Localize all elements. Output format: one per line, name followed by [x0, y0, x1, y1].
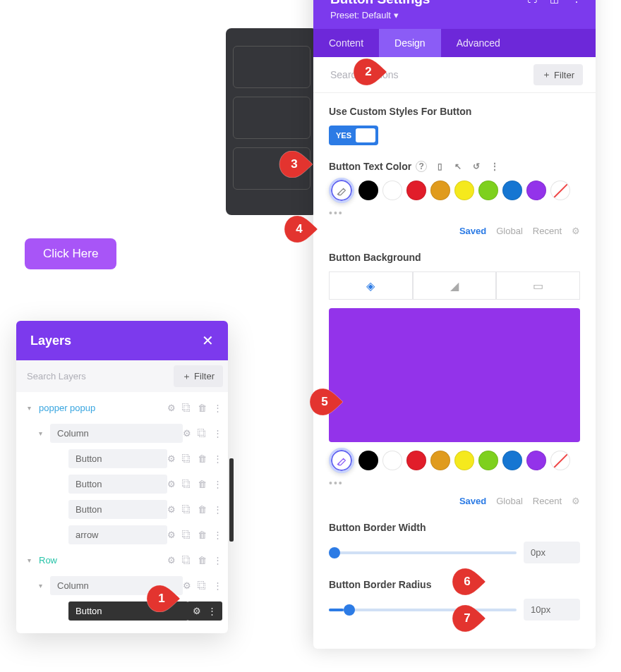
color-swatch[interactable]	[454, 181, 474, 200]
slider-track[interactable]	[329, 551, 517, 554]
chevron-down-icon[interactable]: ▾	[28, 404, 35, 412]
color-swatch[interactable]	[406, 451, 426, 470]
color-swatch[interactable]	[502, 181, 522, 200]
tree-label[interactable]: arrow	[68, 525, 167, 544]
recent-tab[interactable]: Recent	[533, 226, 562, 236]
color-swatch[interactable]	[454, 451, 474, 470]
color-swatch[interactable]	[382, 181, 402, 200]
menu-icon[interactable]: ⋮	[213, 428, 222, 439]
border-width-input[interactable]	[524, 542, 580, 563]
tab-advanced[interactable]: Advanced	[441, 29, 516, 57]
color-swatch[interactable]	[430, 181, 450, 200]
no-color-swatch[interactable]	[550, 451, 570, 470]
trash-icon[interactable]: 🗑	[198, 479, 207, 489]
global-tab[interactable]: Global	[496, 496, 523, 506]
tree-label[interactable]: Button	[68, 449, 167, 468]
trash-icon[interactable]: 🗑	[198, 555, 207, 566]
tree-row[interactable]: Button⚙⿻🗑⋮	[22, 471, 222, 496]
gear-icon[interactable]: ⚙	[572, 496, 580, 506]
tree-label[interactable]: popper popup	[39, 403, 167, 413]
menu-icon[interactable]: ⋮	[213, 403, 222, 413]
color-swatch[interactable]	[478, 451, 498, 470]
trash-icon[interactable]: 🗑	[198, 403, 207, 413]
chevron-down-icon[interactable]: ▾	[28, 556, 35, 564]
menu-icon[interactable]: ⋮	[213, 504, 222, 515]
chevron-down-icon[interactable]: ▾	[39, 429, 46, 437]
menu-icon[interactable]: ⋮	[213, 580, 222, 591]
tree-row[interactable]: arrow⚙⿻🗑⋮	[22, 522, 222, 547]
tab-design[interactable]: Design	[379, 29, 441, 57]
custom-styles-toggle[interactable]: YES	[329, 126, 378, 145]
gear-icon[interactable]: ⚙	[167, 555, 176, 566]
menu-icon[interactable]: ⋮	[213, 479, 222, 489]
color-swatch[interactable]	[406, 181, 426, 200]
reset-icon[interactable]: ↺	[471, 161, 482, 172]
slider-thumb[interactable]	[344, 604, 355, 616]
tree-label[interactable]: Button	[68, 475, 167, 494]
tab-content[interactable]: Content	[313, 29, 379, 57]
dup-icon[interactable]: ⿻	[182, 453, 191, 464]
menu-icon[interactable]: ⋮	[213, 555, 222, 566]
close-icon[interactable]: ✕	[202, 332, 214, 349]
tree-row[interactable]: Button⚙⿻🗑⋮	[22, 446, 222, 471]
tree-label[interactable]: Column	[50, 424, 183, 443]
device-icon[interactable]: ▯	[434, 161, 445, 172]
menu-icon[interactable]: ⋮	[572, 0, 581, 4]
menu-icon[interactable]: ⋮	[489, 161, 500, 172]
global-tab[interactable]: Global	[496, 226, 523, 236]
expand-icon[interactable]: ⛶	[527, 0, 537, 4]
help-icon[interactable]: ?	[416, 161, 427, 172]
bg-gradient-tab[interactable]: ◢	[413, 271, 497, 300]
color-swatch[interactable]	[478, 181, 498, 200]
hover-icon[interactable]: ↖	[452, 161, 464, 172]
color-swatch[interactable]	[358, 451, 378, 470]
menu-icon[interactable]: ⋮	[213, 453, 222, 464]
gear-icon[interactable]: ⚙	[193, 606, 201, 616]
dup-icon[interactable]: ⿻	[198, 580, 207, 591]
trash-icon[interactable]: 🗑	[198, 453, 207, 464]
tree-row[interactable]: ▾Row⚙⿻🗑⋮	[22, 547, 222, 573]
bg-image-tab[interactable]: ▭	[496, 271, 580, 300]
gear-icon[interactable]: ⚙	[167, 453, 176, 464]
color-swatch[interactable]	[526, 451, 546, 470]
color-picker-icon[interactable]	[329, 178, 354, 203]
gear-icon[interactable]: ⚙	[167, 530, 176, 540]
dup-icon[interactable]: ⿻	[182, 403, 191, 413]
slider-track[interactable]	[329, 609, 517, 611]
slider-thumb[interactable]	[329, 547, 340, 558]
more-dots[interactable]: •••	[329, 477, 580, 489]
tree-row[interactable]: ▾Column⚙⿻⋮	[22, 420, 222, 446]
color-swatch[interactable]	[430, 451, 450, 470]
trash-icon[interactable]: 🗑	[198, 504, 207, 515]
tree-row[interactable]: Button⚙⿻🗑⋮	[22, 496, 222, 522]
color-swatch[interactable]	[502, 451, 522, 470]
layers-search-input[interactable]	[21, 365, 169, 387]
menu-icon[interactable]: ⋮	[213, 530, 222, 540]
gear-icon[interactable]: ⚙	[167, 403, 176, 413]
tree-row[interactable]: ▾popper popup⚙⿻🗑⋮	[22, 395, 222, 420]
saved-tab[interactable]: Saved	[459, 226, 486, 236]
tree-row[interactable]: ▾Column⚙⿻⋮	[22, 573, 222, 598]
dup-icon[interactable]: ⿻	[182, 555, 191, 566]
dup-icon[interactable]: ⿻	[182, 479, 191, 489]
chevron-down-icon[interactable]: ▾	[39, 582, 46, 589]
color-swatch[interactable]	[358, 181, 378, 200]
gear-icon[interactable]: ⚙	[183, 428, 191, 439]
more-dots[interactable]: •••	[329, 207, 580, 219]
gear-icon[interactable]: ⚙	[167, 504, 176, 515]
color-picker-icon[interactable]	[329, 448, 354, 473]
no-color-swatch[interactable]	[550, 181, 570, 200]
trash-icon[interactable]: 🗑	[198, 530, 207, 540]
click-here-button[interactable]: Click Here	[25, 238, 116, 269]
border-radius-input[interactable]	[524, 599, 580, 621]
dup-icon[interactable]: ⿻	[198, 428, 207, 439]
settings-filter-button[interactable]: ＋Filter	[533, 64, 583, 85]
saved-tab[interactable]: Saved	[459, 496, 486, 506]
gear-icon[interactable]: ⚙	[572, 226, 580, 236]
color-swatch[interactable]	[526, 181, 546, 200]
color-swatch[interactable]	[382, 451, 402, 470]
gear-icon[interactable]: ⚙	[183, 580, 191, 591]
layers-filter-button[interactable]: ＋Filter	[174, 365, 223, 387]
tree-row[interactable]: Button⚙⋮	[22, 598, 222, 623]
recent-tab[interactable]: Recent	[533, 496, 562, 506]
